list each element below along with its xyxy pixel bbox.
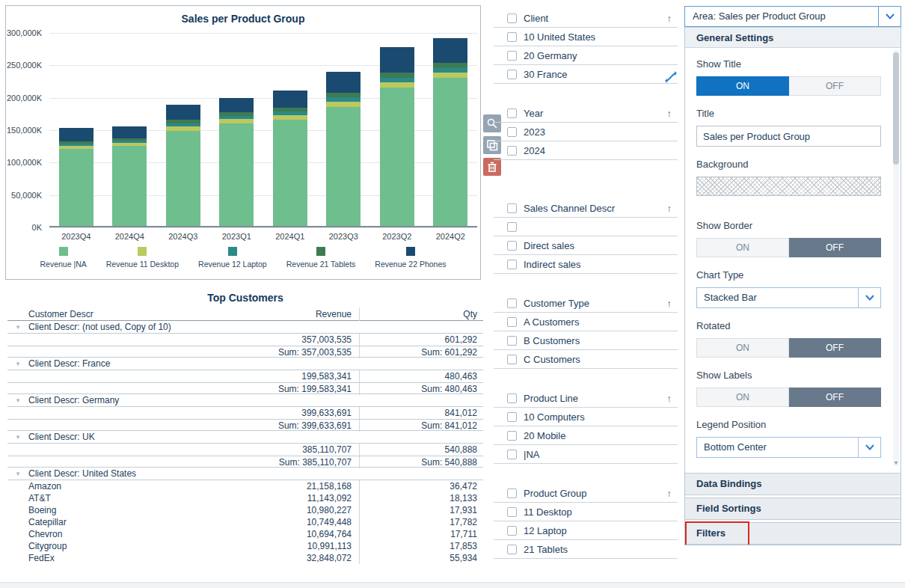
table-group-header[interactable]: ▾Client Descr: United States [7, 468, 483, 480]
area-selector[interactable]: Area: Sales per Product Group [684, 6, 901, 27]
show-border-off-button[interactable]: OFF [789, 238, 881, 257]
stacked-bar[interactable] [273, 91, 307, 226]
checkbox[interactable] [507, 51, 517, 61]
filter-item[interactable]: B Customers [494, 331, 678, 350]
checkbox[interactable] [507, 431, 517, 441]
filter-group-header[interactable]: Year↑ [494, 104, 678, 123]
checkbox[interactable] [507, 526, 517, 536]
collapse-icon[interactable]: ▾ [7, 358, 28, 370]
collapse-icon[interactable]: ▾ [7, 321, 28, 333]
section-data-bindings[interactable]: Data Bindings [685, 473, 901, 495]
filter-group-header[interactable]: Client↑ [494, 9, 678, 28]
section-filters[interactable]: Filters [685, 522, 901, 545]
stacked-bar[interactable] [433, 38, 467, 226]
stacked-bar[interactable] [380, 47, 414, 226]
sort-ascending-icon[interactable]: ↑ [667, 13, 675, 24]
stacked-bar[interactable] [166, 105, 200, 226]
filter-item[interactable]: |NA [494, 445, 678, 464]
filter-item[interactable]: 10 Computers [494, 408, 678, 426]
filter-item[interactable]: A Customers [494, 313, 678, 331]
legend-position-dropdown[interactable]: Bottom Center [696, 437, 881, 458]
filter-item[interactable]: 10 United States [494, 28, 678, 46]
filter-item[interactable]: 11 Desktop [494, 503, 678, 521]
checkbox[interactable] [507, 32, 517, 42]
checkbox[interactable] [507, 355, 517, 364]
checkbox[interactable] [507, 545, 517, 554]
filter-item[interactable]: C Customers [494, 350, 678, 369]
checkbox[interactable] [507, 127, 517, 137]
checkbox[interactable] [507, 298, 517, 308]
show-labels-off-button[interactable]: OFF [789, 388, 881, 407]
gridline [49, 227, 477, 228]
chevron-down-icon[interactable] [858, 438, 880, 457]
checkbox[interactable] [507, 203, 517, 213]
table-group-header[interactable]: ▾Client Descr: (not used, Copy of 10) [7, 321, 483, 334]
checkbox[interactable] [507, 260, 517, 269]
sum-revenue-cell: Sum: 357,003,535 [236, 346, 359, 358]
rotated-off-button[interactable]: OFF [789, 338, 881, 358]
show-title-off-button[interactable]: OFF [789, 76, 881, 96]
sort-ascending-icon[interactable]: ↑ [667, 108, 675, 119]
checkbox[interactable] [507, 70, 517, 79]
customer-name-cell [7, 370, 236, 382]
background-swatch[interactable] [696, 177, 881, 196]
page-horizontal-scrollbar[interactable] [0, 582, 905, 588]
sort-ascending-icon[interactable]: ↑ [667, 393, 675, 404]
filter-group-header[interactable]: Product Line↑ [494, 389, 678, 408]
collapse-icon[interactable]: ▾ [7, 468, 28, 480]
sort-ascending-icon[interactable]: ↑ [667, 298, 675, 309]
filter-item[interactable]: Direct sales [494, 236, 678, 255]
checkbox[interactable] [507, 450, 517, 459]
checkbox[interactable] [507, 412, 517, 422]
stacked-bar[interactable] [326, 72, 361, 226]
show-labels-on-button[interactable]: ON [696, 388, 789, 407]
stacked-bar[interactable] [59, 128, 93, 226]
rotated-on-button[interactable]: ON [696, 338, 789, 358]
filter-item[interactable]: 12 Laptop [494, 521, 678, 540]
checkbox[interactable] [507, 393, 517, 403]
scrollbar-thumb[interactable] [893, 52, 899, 165]
table-group-header[interactable]: ▾Client Descr: France [7, 358, 483, 370]
sort-ascending-icon[interactable]: ↑ [667, 203, 675, 214]
sort-ascending-icon[interactable]: ↑ [667, 488, 675, 499]
scroll-down-icon[interactable]: ▼ [893, 459, 899, 466]
filter-group-header[interactable]: Product Group↑ [494, 484, 678, 503]
checkbox[interactable] [507, 13, 517, 23]
checkbox[interactable] [507, 507, 517, 517]
filter-group-header[interactable]: Sales Channel Descr↑ [494, 199, 678, 218]
section-field-sortings[interactable]: Field Sortings [685, 497, 901, 520]
table-group-header[interactable]: ▾Client Descr: Germany [7, 394, 483, 407]
stacked-bar[interactable] [219, 98, 254, 226]
show-title-on-button[interactable]: ON [696, 76, 789, 96]
chevron-down-icon[interactable] [858, 288, 880, 307]
stacked-bar[interactable] [112, 126, 147, 226]
filter-item[interactable]: 21 Tablets [494, 540, 678, 559]
filter-group-header[interactable]: Customer Type↑ [494, 294, 678, 313]
title-input[interactable] [696, 126, 881, 147]
checkbox[interactable] [507, 241, 517, 251]
chevron-down-icon[interactable] [878, 7, 901, 26]
filter-item[interactable]: 2023 [494, 123, 678, 141]
filter-item[interactable] [494, 218, 678, 236]
checkbox[interactable] [507, 222, 517, 232]
checkbox[interactable] [507, 336, 517, 346]
chart-widget[interactable]: Sales per Product Group 300,000K250,000K… [5, 5, 481, 280]
collapse-icon[interactable]: ▾ [7, 394, 28, 406]
chart-type-dropdown[interactable]: Stacked Bar [696, 287, 881, 308]
collapse-icon[interactable]: ▾ [7, 431, 28, 443]
checkbox[interactable] [507, 146, 517, 156]
table-group-header[interactable]: ▾Client Descr: UK [7, 431, 483, 444]
checkbox[interactable] [507, 108, 517, 118]
table-sum-row: Sum: 357,003,535Sum: 601,292 [7, 346, 483, 358]
settings-scrollbar[interactable]: ▼ [893, 49, 899, 466]
checkbox[interactable] [507, 489, 517, 498]
filter-item[interactable]: 20 Germany [494, 46, 678, 65]
filter-item[interactable]: 20 Mobile [494, 426, 678, 445]
filter-item[interactable]: 2024 [494, 141, 678, 160]
bar-segment [380, 82, 414, 88]
filter-item[interactable]: 30 France [494, 65, 678, 84]
checkbox[interactable] [507, 317, 517, 327]
filter-item[interactable]: Indirect sales [494, 255, 678, 274]
show-border-on-button[interactable]: ON [696, 238, 789, 257]
bar-segment [433, 38, 467, 63]
